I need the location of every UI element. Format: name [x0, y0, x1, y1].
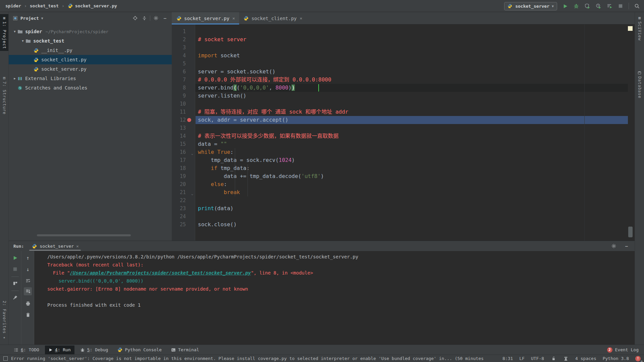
- line-number[interactable]: 16⌵: [172, 148, 195, 156]
- line-ending-widget[interactable]: LF: [519, 356, 525, 361]
- code-line[interactable]: data += tmp_data.decode('utf8'): [196, 172, 628, 180]
- breadcrumb-package[interactable]: socket_test: [30, 3, 59, 8]
- line-number[interactable]: 5: [172, 60, 195, 68]
- hide-panel-button[interactable]: —: [623, 243, 630, 249]
- tool-window-button-structure[interactable]: ▤ 7: Structure: [0, 74, 8, 117]
- line-number[interactable]: 4: [172, 52, 195, 60]
- line-number[interactable]: 12: [172, 116, 195, 124]
- line-number[interactable]: 3: [172, 44, 195, 52]
- code-area[interactable]: # socket serverimport socketserver = soc…: [196, 24, 628, 241]
- interpreter-widget[interactable]: Python 3.8: [603, 356, 629, 361]
- caret-position-widget[interactable]: 8:31: [502, 356, 513, 361]
- code-line[interactable]: [196, 100, 628, 108]
- line-number[interactable]: 2: [172, 36, 195, 44]
- code-line[interactable]: server.bind(('0,0,0,0', 8000)): [196, 84, 628, 92]
- code-line[interactable]: sock, addr = server.accept(): [196, 116, 628, 124]
- tool-window-button-favorites[interactable]: 2: Favorites ★: [0, 299, 8, 341]
- lock-icon[interactable]: [550, 356, 556, 362]
- stack-trace-link[interactable]: /Users/apple/PycharmProjects/spider/sock…: [70, 270, 251, 276]
- line-number[interactable]: 11: [172, 108, 195, 116]
- code-line[interactable]: # socket server: [196, 36, 628, 44]
- line-number[interactable]: 6: [172, 68, 195, 76]
- settings-gear-icon[interactable]: [153, 15, 159, 21]
- project-tree-item[interactable]: ▼ spider ~/PycharmProjects/spider: [9, 27, 172, 36]
- project-panel-title[interactable]: Project: [20, 16, 39, 21]
- project-tree-item[interactable]: socket_server.py: [9, 64, 172, 74]
- run-console-output[interactable]: /Users/apple/.pyenv/versions/3.8.2/bin/p…: [34, 251, 635, 345]
- code-line[interactable]: server = socket.socket(): [196, 68, 628, 76]
- code-line[interactable]: print(data): [196, 204, 628, 213]
- code-line[interactable]: break: [196, 188, 628, 196]
- down-stack-trace-button[interactable]: ↓: [24, 265, 32, 273]
- stop-button[interactable]: [618, 3, 624, 9]
- soft-wrap-button[interactable]: [24, 277, 32, 285]
- settings-gear-icon[interactable]: [610, 243, 617, 249]
- run-button[interactable]: [562, 3, 568, 9]
- line-number[interactable]: 20: [172, 180, 195, 188]
- editor-gutter[interactable]: 12345678910111213141516⌵1718192021⌵22232…: [172, 24, 195, 241]
- code-line[interactable]: # 阻塞，等待连接，对应 哪个 通道 sock 和哪个地址 addr: [196, 108, 628, 116]
- hide-panel-button[interactable]: —: [162, 15, 168, 21]
- profiler-button[interactable]: [595, 3, 601, 9]
- breadcrumb-project[interactable]: spider: [5, 3, 21, 8]
- line-number[interactable]: 14: [172, 132, 195, 140]
- code-line[interactable]: else:: [196, 180, 628, 188]
- line-number[interactable]: 21⌵: [172, 188, 195, 196]
- run-with-concurrency-diagram-button[interactable]: [606, 3, 612, 9]
- tool-window-button-project[interactable]: ▣ 1: Project: [0, 14, 8, 51]
- tree-expand-arrow[interactable]: ▼: [20, 39, 25, 43]
- code-line[interactable]: # 表示一次性可以接受多少数据，如果有数据就一直取数据: [196, 132, 628, 140]
- scroll-to-end-button[interactable]: [24, 287, 32, 295]
- print-button[interactable]: [24, 299, 32, 307]
- run-tab[interactable]: socket_server ×: [29, 241, 81, 251]
- status-message[interactable]: Error running 'socket_server': Coverage …: [11, 356, 484, 361]
- tool-window-button-run[interactable]: 4: Run: [45, 346, 74, 354]
- chevron-down-icon[interactable]: ▼: [41, 16, 43, 20]
- indent-widget[interactable]: 4 spaces: [575, 356, 596, 361]
- line-number[interactable]: 10: [172, 100, 195, 108]
- stop-button[interactable]: [11, 265, 19, 273]
- line-number[interactable]: 8: [172, 84, 195, 92]
- tool-window-button-python-console[interactable]: Python Console: [114, 346, 165, 354]
- run-configuration-select[interactable]: socket_server ▼: [504, 2, 557, 10]
- encoding-widget[interactable]: UTF-8: [531, 356, 544, 361]
- code-line[interactable]: import socket: [196, 52, 628, 60]
- debug-button[interactable]: [573, 3, 579, 9]
- editor-content[interactable]: 12345678910111213141516⌵1718192021⌵22232…: [172, 24, 635, 241]
- code-line[interactable]: tmp_data = sock.recv(1024): [196, 156, 628, 164]
- code-line[interactable]: [196, 124, 628, 132]
- tool-window-button-todo[interactable]: 6: TODO: [10, 346, 43, 354]
- horizontal-scrollbar-thumb[interactable]: [37, 234, 131, 236]
- breadcrumb-file[interactable]: socket_server.py: [75, 3, 117, 8]
- run-with-coverage-button[interactable]: [584, 3, 590, 9]
- line-number[interactable]: 22: [172, 196, 195, 204]
- tree-expand-arrow[interactable]: ▼: [12, 30, 17, 33]
- project-tree-item[interactable]: ▼ socket_test: [9, 36, 172, 46]
- inspection-status-marker[interactable]: [628, 26, 633, 31]
- up-stack-trace-button[interactable]: ↑: [24, 254, 32, 262]
- pin-tab-button[interactable]: [11, 293, 19, 301]
- project-tree-item[interactable]: Scratches and Consoles: [9, 83, 172, 93]
- line-number[interactable]: 23: [172, 204, 195, 213]
- editor-tab-socket-client[interactable]: socket_client.py ×: [239, 12, 307, 24]
- close-tab-icon[interactable]: ×: [76, 244, 79, 249]
- code-line[interactable]: [196, 60, 628, 68]
- close-tab-icon[interactable]: ×: [300, 16, 303, 21]
- tool-window-button-debug[interactable]: 5: Debug: [76, 346, 112, 354]
- line-number[interactable]: 13: [172, 124, 195, 132]
- search-everywhere-icon[interactable]: [634, 3, 640, 9]
- code-line[interactable]: [196, 27, 628, 36]
- code-line[interactable]: # 0.0.0.0 外部就可以连接，绑定到 0.0.0.0:8000: [196, 76, 628, 84]
- line-number[interactable]: 7: [172, 76, 195, 84]
- code-line[interactable]: while True:: [196, 148, 628, 156]
- code-line[interactable]: sock.close(): [196, 221, 628, 229]
- tool-window-button-database[interactable]: Database: [635, 69, 644, 101]
- line-number[interactable]: 17: [172, 156, 195, 164]
- code-line[interactable]: if tmp_data:: [196, 164, 628, 172]
- project-tree-item[interactable]: __init__.py: [9, 46, 172, 55]
- project-tree-item[interactable]: socket_client.py: [9, 55, 172, 64]
- line-number[interactable]: 15: [172, 140, 195, 148]
- line-number[interactable]: 1: [172, 27, 195, 36]
- breakpoint-icon[interactable]: [187, 118, 191, 122]
- code-line[interactable]: [196, 44, 628, 52]
